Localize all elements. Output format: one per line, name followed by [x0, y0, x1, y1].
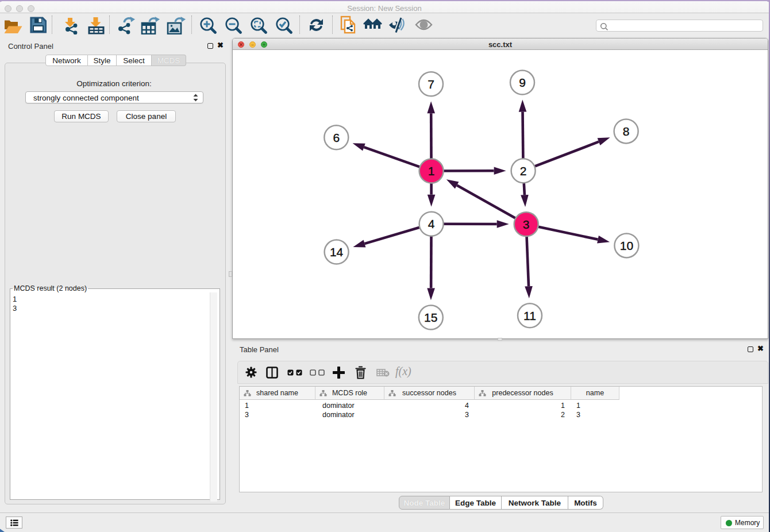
- svg-text:1: 1: [428, 164, 435, 178]
- svg-text:6: 6: [333, 131, 340, 144]
- svg-text:4: 4: [428, 217, 435, 230]
- svg-text:10: 10: [620, 239, 633, 252]
- svg-text:15: 15: [424, 311, 437, 324]
- svg-text:3: 3: [523, 218, 530, 231]
- svg-text:8: 8: [623, 125, 630, 138]
- svg-text:7: 7: [428, 78, 434, 91]
- svg-text:2: 2: [520, 164, 527, 178]
- svg-text:11: 11: [523, 309, 536, 322]
- svg-text:14: 14: [330, 245, 344, 259]
- svg-text:9: 9: [519, 76, 526, 89]
